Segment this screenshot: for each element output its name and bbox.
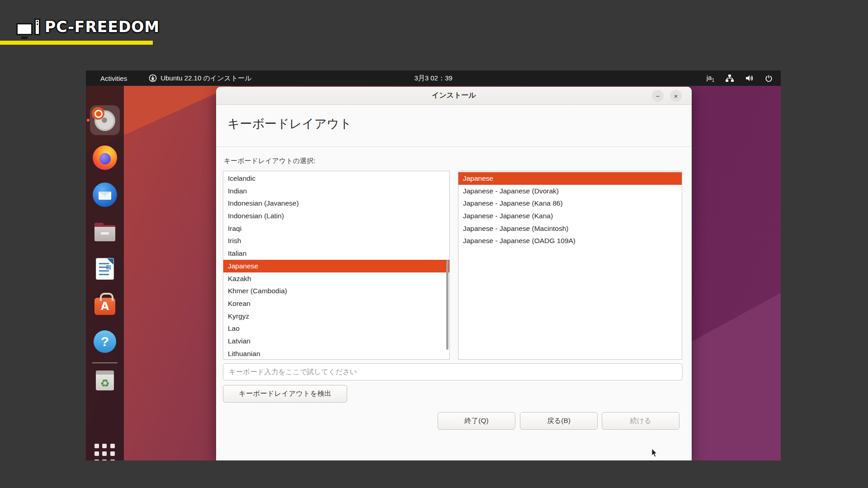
show-applications-button[interactable] (94, 444, 115, 460)
layout-option[interactable]: Lithuanian (223, 347, 449, 360)
libreoffice-writer-icon (96, 258, 114, 280)
ubuntu-desktop: Activities Ubuntu 22.10 のインストール 3月3 02：3… (86, 70, 781, 460)
logo-text: PC-FREEDOM (45, 18, 160, 36)
detect-layout-button[interactable]: キーボードレイアウトを検出 (223, 385, 347, 403)
dock: A ? ♻ (86, 86, 124, 460)
layout-option[interactable]: Japanese (223, 260, 449, 272)
layout-option[interactable]: Kazakh (223, 272, 449, 285)
dock-item-trash[interactable]: ♻ (92, 368, 118, 393)
trash-icon: ♻ (96, 371, 114, 390)
layout-option[interactable]: Icelandic (223, 172, 449, 185)
thunderbird-icon (93, 183, 117, 207)
layout-option[interactable]: Indonesian (Javanese) (223, 197, 449, 210)
layout-option[interactable]: Lao (223, 322, 449, 335)
layout-option[interactable]: Irish (223, 235, 449, 247)
volume-icon[interactable] (745, 75, 754, 82)
variant-option[interactable]: Japanese - Japanese (Macintosh) (458, 222, 682, 235)
minimize-button[interactable]: − (652, 90, 664, 102)
window-titlebar[interactable]: インストール − × (216, 87, 692, 105)
network-icon[interactable] (725, 75, 734, 82)
help-icon: ? (94, 330, 116, 353)
page-title: キーボードレイアウト (227, 116, 352, 132)
variant-option[interactable]: Japanese - Japanese (Kana) (458, 210, 682, 222)
layout-option[interactable]: Khmer (Cambodia) (223, 285, 449, 297)
input-source-indicator[interactable]: ja1 (707, 74, 714, 83)
dock-item-ubuntu-software[interactable]: A (92, 291, 118, 317)
variant-option[interactable]: Japanese (458, 172, 682, 185)
keyboard-test-input[interactable] (223, 363, 683, 380)
layout-option[interactable]: Indonesian (Latin) (223, 210, 449, 222)
dock-item-files[interactable] (92, 219, 118, 244)
dock-item-installer[interactable] (92, 108, 118, 133)
installer-window: インストール − × キーボードレイアウト キーボードレイアウトの選択: Ice… (216, 87, 692, 460)
variant-option[interactable]: Japanese - Japanese (Kana 86) (458, 197, 682, 210)
layout-option[interactable]: Iraqi (223, 222, 449, 235)
layout-option[interactable]: Korean (223, 297, 449, 310)
logo-underline (0, 41, 153, 45)
select-layout-label: キーボードレイアウトの選択: (224, 157, 315, 165)
dock-item-help[interactable]: ? (92, 329, 118, 354)
power-icon[interactable] (765, 75, 773, 82)
close-button[interactable]: × (670, 90, 682, 102)
window-title: インストール (432, 91, 476, 100)
keyboard-layout-list[interactable]: IcelandicIndianIndonesian (Javanese)Indo… (223, 171, 450, 360)
layout-option[interactable]: Kyrgyz (223, 310, 449, 323)
heading-divider (216, 146, 692, 147)
continue-button[interactable]: 続ける (602, 412, 679, 430)
variant-option[interactable]: Japanese - Japanese (Dvorak) (458, 185, 682, 197)
clock[interactable]: 3月3 02：39 (410, 73, 457, 84)
focused-app-menu[interactable]: Ubuntu 22.10 のインストール (149, 74, 251, 83)
installer-app-icon (149, 74, 157, 82)
files-folder-icon (94, 225, 115, 241)
gnome-top-bar: Activities Ubuntu 22.10 のインストール 3月3 02：3… (86, 70, 781, 86)
running-indicator-dot (87, 119, 90, 122)
activities-button[interactable]: Activities (97, 74, 131, 83)
site-logo: PC-FREEDOM (16, 18, 160, 36)
firefox-icon (93, 145, 117, 170)
quit-button[interactable]: 終了(Q) (438, 412, 515, 430)
variant-option[interactable]: Japanese - Japanese (OADG 109A) (458, 235, 682, 247)
focused-app-title: Ubuntu 22.10 のインストール (160, 74, 251, 83)
keyboard-variant-list[interactable]: JapaneseJapanese - Japanese (Dvorak)Japa… (458, 171, 682, 360)
layout-option[interactable]: Latvian (223, 335, 449, 347)
ubuntu-software-icon: A (94, 298, 115, 315)
dock-item-thunderbird[interactable] (92, 182, 118, 207)
layout-list-scrollbar[interactable] (446, 260, 448, 350)
mouse-cursor (651, 449, 658, 460)
recycle-glyph: ♻ (100, 376, 110, 390)
pc-logo-icon (16, 19, 40, 35)
installer-disk-icon (94, 110, 115, 131)
dock-item-firefox[interactable] (92, 145, 118, 170)
back-button[interactable]: 戻る(B) (520, 412, 598, 430)
dock-divider (92, 362, 118, 363)
dock-item-libreoffice-writer[interactable] (92, 256, 118, 282)
layout-option[interactable]: Indian (223, 185, 449, 197)
layout-option[interactable]: Italian (223, 247, 449, 260)
